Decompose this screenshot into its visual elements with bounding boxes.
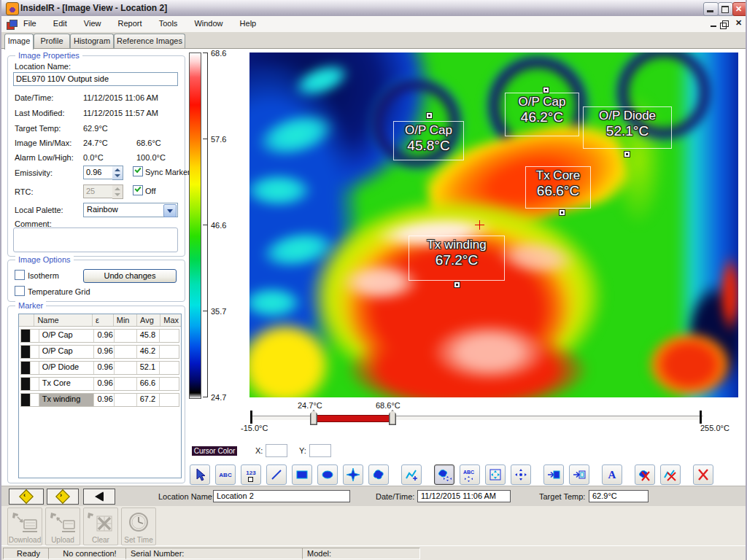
annotation-tx-core[interactable]: Tx Core 66.6°C bbox=[525, 166, 591, 209]
emissivity-spinner[interactable] bbox=[112, 166, 123, 180]
draw-star-button[interactable] bbox=[343, 464, 363, 485]
move-markers-button[interactable] bbox=[485, 464, 506, 485]
back-button[interactable] bbox=[83, 489, 115, 505]
next-location-button[interactable]: › bbox=[47, 489, 79, 505]
isotherm-checkbox[interactable] bbox=[15, 270, 25, 280]
annotation-op-cap-1[interactable]: O/P Cap 45.8°C bbox=[393, 121, 464, 160]
menu-help[interactable]: Help bbox=[233, 16, 264, 31]
status-connection: No connection! bbox=[48, 548, 127, 559]
image-max-value: 68.6°C bbox=[136, 139, 161, 147]
add-polyline-point-button[interactable] bbox=[401, 464, 422, 485]
cursor-y-input[interactable] bbox=[309, 444, 331, 457]
menu-window[interactable]: Window bbox=[187, 16, 230, 31]
copy-to-image-filled-button[interactable] bbox=[543, 464, 564, 485]
device-toolbar: Download Upload Clear bbox=[1, 506, 747, 545]
thermal-image[interactable]: O/P Cap 45.8°C O/P Cap 46.2°C O/P Diode … bbox=[249, 52, 738, 397]
move-point-button[interactable] bbox=[511, 464, 531, 485]
marker-color-swatch bbox=[21, 394, 31, 406]
mdi-minimize-icon[interactable] bbox=[711, 26, 716, 27]
restore-button[interactable] bbox=[718, 2, 733, 16]
tab-image[interactable]: Image bbox=[4, 34, 34, 50]
rtc-off-label: Off bbox=[145, 187, 155, 195]
marker-point[interactable] bbox=[426, 112, 433, 119]
dropdown-button[interactable] bbox=[163, 204, 177, 217]
header-name[interactable]: Name bbox=[34, 314, 93, 326]
scale-tick: 57.6 bbox=[211, 135, 236, 144]
minimize-button[interactable] bbox=[703, 2, 719, 16]
slider-low-handle[interactable] bbox=[310, 410, 317, 425]
header-avg[interactable]: Avg bbox=[137, 314, 160, 326]
slider-right-end bbox=[700, 411, 702, 424]
nav-target-input[interactable]: 62.9°C bbox=[589, 490, 649, 502]
clock-icon bbox=[125, 510, 152, 534]
palette-dropdown[interactable]: Rainbow bbox=[83, 203, 178, 217]
delete-polyline-button[interactable] bbox=[660, 464, 681, 485]
table-row-selected[interactable]: Tx winding 0.96 67.2 bbox=[20, 393, 179, 407]
mdi-close-icon[interactable]: ✕ bbox=[735, 18, 742, 28]
marker-point[interactable] bbox=[559, 209, 565, 216]
annotation-op-diode[interactable]: O/P Diode 52.1°C bbox=[583, 106, 672, 149]
emissivity-input[interactable]: 0.96 bbox=[83, 166, 114, 179]
polygon-delete-icon bbox=[638, 467, 652, 482]
annotation-tx-winding[interactable]: Tx winding 67.2°C bbox=[409, 236, 505, 281]
tab-profile[interactable]: Profile bbox=[34, 34, 70, 48]
tab-histogram[interactable]: Histogram bbox=[70, 34, 114, 48]
select-tool-button[interactable] bbox=[190, 464, 210, 485]
comment-textarea[interactable] bbox=[13, 228, 178, 252]
table-row[interactable]: Tx Core 0.96 66.6 bbox=[20, 377, 179, 391]
slider-low-label: 24.7°C bbox=[298, 401, 322, 410]
marker-point[interactable] bbox=[454, 281, 460, 288]
table-row[interactable]: O/P Cap 0.96 45.8 bbox=[20, 329, 179, 343]
undo-changes-button[interactable]: Undo changes bbox=[83, 269, 177, 283]
nav-location-input[interactable]: Location 2 bbox=[213, 490, 350, 502]
add-number-button[interactable]: 123 bbox=[241, 464, 261, 485]
marker-point[interactable] bbox=[624, 151, 630, 158]
nav-datetime-input[interactable]: 11/12/2015 11:06 AM bbox=[417, 490, 511, 502]
sync-markers-checkbox[interactable] bbox=[133, 166, 143, 176]
header-epsilon[interactable]: ε bbox=[93, 314, 114, 326]
header-min[interactable]: Min bbox=[114, 314, 137, 326]
cursor-x-input[interactable] bbox=[266, 444, 287, 457]
set-time-button: Set Time bbox=[121, 508, 156, 545]
delete-all-button[interactable] bbox=[693, 464, 713, 485]
draw-ellipse-button[interactable] bbox=[317, 464, 338, 485]
move-text-button[interactable]: ABC bbox=[460, 464, 480, 485]
slider-active-range[interactable] bbox=[314, 415, 393, 422]
close-button[interactable]: ✕ bbox=[732, 2, 747, 16]
sync-markers-label: Sync Markers bbox=[145, 168, 194, 176]
copy-to-image-outline-button[interactable] bbox=[569, 464, 589, 485]
marker-point[interactable] bbox=[543, 87, 549, 93]
header-max[interactable]: Max bbox=[160, 314, 181, 326]
status-model: Model: bbox=[302, 548, 420, 559]
slider-high-handle[interactable] bbox=[389, 410, 396, 425]
mdi-child-icon[interactable] bbox=[7, 20, 16, 28]
mdi-window-controls[interactable]: ✕ bbox=[711, 20, 744, 28]
marker-title: Marker bbox=[15, 301, 46, 310]
table-row[interactable]: O/P Diode 0.96 52.1 bbox=[20, 361, 179, 375]
menu-edit[interactable]: Edit bbox=[46, 16, 74, 31]
draw-rectangle-button[interactable] bbox=[292, 464, 312, 485]
app-icon bbox=[6, 2, 19, 15]
move-polygon-button[interactable] bbox=[434, 464, 454, 485]
tab-reference-images[interactable]: Reference Images bbox=[114, 34, 185, 48]
previous-location-button[interactable]: ‹ bbox=[9, 489, 44, 505]
status-bar: Ready No connection! Serial Number: Mode… bbox=[1, 545, 747, 560]
rtc-off-checkbox[interactable] bbox=[133, 185, 143, 195]
delete-polygon-button[interactable] bbox=[635, 464, 655, 485]
temperature-grid-checkbox[interactable] bbox=[15, 286, 25, 296]
table-row[interactable]: O/P Cap 0.96 46.2 bbox=[20, 345, 179, 359]
draw-polygon-button[interactable] bbox=[368, 464, 389, 485]
window-title: InsideIR - [Image View - Location 2] bbox=[20, 3, 167, 13]
image-min-value: 24.7°C bbox=[83, 139, 108, 147]
menu-file[interactable]: File bbox=[16, 16, 44, 31]
marker-table[interactable]: Name ε Min Avg Max O/P Cap 0.96 45.8 O/P… bbox=[18, 314, 182, 478]
menu-view[interactable]: View bbox=[77, 16, 109, 31]
mdi-restore-icon2[interactable] bbox=[722, 20, 729, 27]
annotation-op-cap-2[interactable]: O/P Cap 46.2°C bbox=[505, 93, 579, 136]
location-name-input[interactable]: DEL970 110V Output side bbox=[13, 72, 178, 86]
font-button[interactable]: A bbox=[602, 464, 622, 485]
menu-report[interactable]: Report bbox=[111, 16, 150, 31]
menu-tools[interactable]: Tools bbox=[152, 16, 185, 31]
draw-line-button[interactable] bbox=[266, 464, 287, 485]
add-text-button[interactable]: ABC bbox=[215, 464, 236, 485]
